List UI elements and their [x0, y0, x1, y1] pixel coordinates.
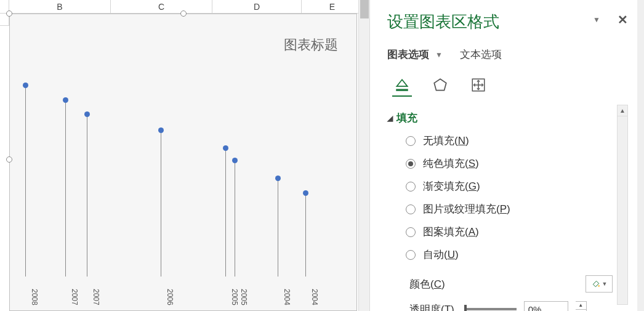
chart-xlabel: 2007: [70, 289, 79, 305]
paint-bucket-icon: [591, 279, 601, 289]
chart-xlabel: 2008: [30, 289, 39, 305]
chart-point[interactable]: [303, 190, 308, 196]
radio-icon: [406, 136, 416, 146]
resize-handle[interactable]: [180, 10, 187, 17]
radio-icon: [406, 159, 416, 169]
fill-radio-group: 无填充(N) 纯色填充(S) 渐变填充(G) 图片或纹理填充(P) 图案填充(A…: [406, 134, 628, 262]
svg-point-3: [598, 285, 600, 287]
pane-options-dropdown-icon[interactable]: ▼: [593, 15, 600, 24]
col-header-e[interactable]: E: [302, 0, 363, 14]
chart-xlabel: 2005: [230, 289, 239, 305]
column-headers: B C D E: [0, 0, 372, 14]
chart-point[interactable]: [63, 97, 68, 103]
chart-area[interactable]: 图表标题 20082007200720062005200520042004: [9, 14, 357, 311]
close-icon[interactable]: ✕: [618, 12, 628, 27]
tab-chart-options[interactable]: 图表选项: [387, 47, 429, 62]
radio-icon: [406, 182, 416, 192]
scroll-up-icon[interactable]: ▲: [618, 105, 627, 116]
chevron-down-icon[interactable]: ▼: [435, 50, 443, 59]
chart-stem[interactable]: [161, 130, 161, 277]
slider-knob[interactable]: [464, 305, 467, 311]
chart-xlabel: 2007: [92, 289, 100, 305]
worksheet-scrollbar[interactable]: [358, 0, 369, 311]
format-pane: 设置图表区格式 ▼ ✕ 图表选项 ▼ 文本选项 ◢ 填充 无填充(N) 纯色填充…: [369, 0, 637, 311]
col-header-d[interactable]: D: [212, 0, 302, 14]
section-fill[interactable]: ◢ 填充: [387, 111, 628, 125]
chart-stem[interactable]: [278, 178, 278, 277]
tab-text-options[interactable]: 文本选项: [460, 47, 502, 62]
spin-up-icon[interactable]: ▲: [576, 302, 586, 310]
radio-icon: [406, 227, 416, 237]
radio-auto-fill[interactable]: 自动(U): [406, 248, 628, 262]
chart-point[interactable]: [158, 127, 164, 133]
chart-point[interactable]: [275, 176, 281, 181]
chart-stem[interactable]: [225, 148, 226, 277]
radio-pattern-fill[interactable]: 图案填充(A): [406, 225, 628, 239]
transparency-slider[interactable]: [464, 308, 517, 310]
radio-icon: [406, 204, 416, 214]
radio-solid-fill[interactable]: 纯色填充(S): [406, 156, 628, 171]
chart-point[interactable]: [84, 111, 90, 117]
chart-stem[interactable]: [305, 193, 306, 277]
scrollbar-thumb[interactable]: [360, 0, 369, 18]
pane-scrollbar[interactable]: ▲: [617, 105, 628, 305]
color-picker-dropdown[interactable]: ▼: [586, 275, 613, 293]
col-header-b[interactable]: B: [9, 0, 111, 14]
chart-point[interactable]: [232, 158, 238, 163]
svg-rect-0: [396, 89, 408, 91]
color-label: 颜色(C): [409, 277, 445, 291]
chart-stem[interactable]: [65, 100, 66, 277]
radio-no-fill[interactable]: 无填充(N): [406, 134, 628, 148]
transparency-label: 透明度(T): [409, 302, 454, 312]
chart-stem[interactable]: [25, 85, 26, 277]
chart-point[interactable]: [223, 145, 228, 151]
chart-plot: [10, 67, 356, 277]
radio-gradient-fill[interactable]: 渐变填充(G): [406, 179, 628, 193]
radio-picture-fill[interactable]: 图片或纹理填充(P): [406, 202, 628, 216]
chart-xlabel: 2004: [310, 289, 319, 305]
transparency-input[interactable]: 0%: [524, 301, 568, 311]
chart-title[interactable]: 图表标题: [284, 36, 338, 54]
collapse-triangle-icon[interactable]: ◢: [387, 114, 393, 123]
chart-xlabel: 2004: [283, 289, 291, 305]
chart-stem[interactable]: [87, 114, 87, 277]
pane-title: 设置图表区格式: [387, 11, 628, 33]
chart-stem[interactable]: [235, 160, 235, 277]
chart-point[interactable]: [23, 83, 28, 88]
svg-marker-1: [434, 79, 446, 90]
resize-handle[interactable]: [6, 10, 12, 17]
size-tab-icon[interactable]: [469, 75, 488, 95]
fill-line-tab-icon[interactable]: [392, 77, 412, 97]
col-header-c[interactable]: C: [111, 0, 212, 14]
radio-icon: [406, 250, 416, 260]
section-fill-label: 填充: [396, 111, 417, 125]
effects-tab-icon[interactable]: [430, 75, 450, 95]
app-scrollbar[interactable]: [637, 0, 644, 311]
chart-xlabel: 2006: [166, 289, 174, 305]
transparency-spinner[interactable]: ▲▼: [576, 301, 587, 311]
chart-xlabel: 2005: [239, 289, 248, 305]
